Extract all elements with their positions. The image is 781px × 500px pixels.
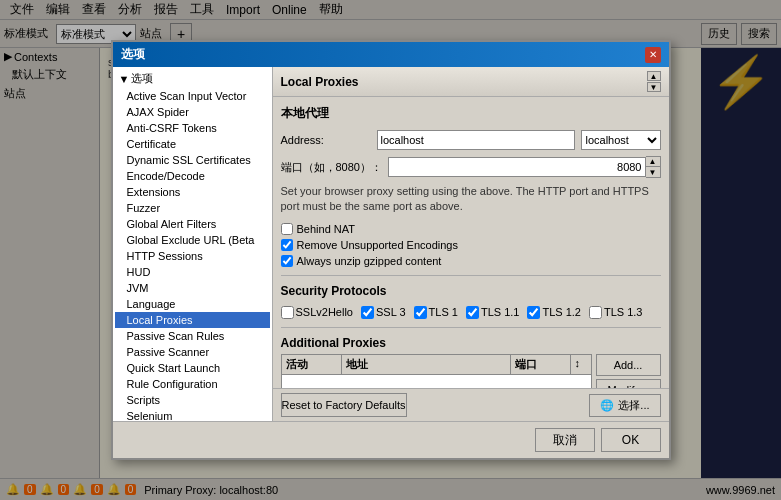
proto-sslv2hello-checkbox[interactable] xyxy=(281,306,294,319)
port-row: 端口（如，8080）： ▲ ▼ xyxy=(281,156,661,178)
tree-item-active-scan[interactable]: Active Scan Input Vector xyxy=(115,88,270,104)
divider-2 xyxy=(281,327,661,328)
proto-tls13: TLS 1.3 xyxy=(589,306,643,319)
ok-button[interactable]: OK xyxy=(601,428,661,452)
port-input[interactable] xyxy=(388,157,646,177)
tree-item-language[interactable]: Language xyxy=(115,296,270,312)
proto-tls12: TLS 1.2 xyxy=(527,306,581,319)
security-protocols-row: SSLv2Hello SSL 3 TLS 1 xyxy=(281,306,661,319)
reset-defaults-button[interactable]: Reset to Factory Defaults xyxy=(281,393,407,417)
modal-overlay: 选项 ✕ ▼ 选项 Active Scan Input Vector AJAX … xyxy=(0,0,781,500)
unzip-gzip-label: Always unzip gzipped content xyxy=(297,255,442,267)
behind-nat-checkbox[interactable] xyxy=(281,223,293,235)
tree-root-options[interactable]: ▼ 选项 xyxy=(115,69,270,88)
proto-tls12-label: TLS 1.2 xyxy=(542,306,581,318)
panel-scroll-controls: ▲ ▼ xyxy=(647,71,661,92)
dialog-close-button[interactable]: ✕ xyxy=(645,47,661,63)
proto-tls1-label: TLS 1 xyxy=(429,306,458,318)
remove-encodings-row: Remove Unsupported Encodings xyxy=(281,239,661,251)
dialog-title: 选项 xyxy=(121,46,145,63)
help-text: Set your browser proxy setting using the… xyxy=(281,184,661,215)
proxy-table-header: 活动 地址 端口 ↕ xyxy=(282,355,591,375)
proxy-col-port: 端口 xyxy=(511,355,571,374)
proxy-sort-icon: ↕ xyxy=(575,357,581,369)
proto-sslv2hello-label: SSLv2Hello xyxy=(296,306,353,318)
proxy-col-extra: ↕ xyxy=(571,355,591,374)
tree-item-quick-start[interactable]: Quick Start Launch xyxy=(115,360,270,376)
panel-header: Local Proxies ▲ ▼ xyxy=(273,67,669,97)
proto-tls1: TLS 1 xyxy=(414,306,458,319)
port-decrement-button[interactable]: ▼ xyxy=(646,167,660,177)
divider-1 xyxy=(281,275,661,276)
proto-tls11-label: TLS 1.1 xyxy=(481,306,520,318)
tree-item-global-exclude-url[interactable]: Global Exclude URL (Beta xyxy=(115,232,270,248)
tree-item-passive-scan-rules[interactable]: Passive Scan Rules xyxy=(115,328,270,344)
proto-ssl3-checkbox[interactable] xyxy=(361,306,374,319)
scroll-up-button[interactable]: ▲ xyxy=(647,71,661,81)
tree-item-dynamic-ssl[interactable]: Dynamic SSL Certificates xyxy=(115,152,270,168)
tree-item-global-alert-filters[interactable]: Global Alert Filters xyxy=(115,216,270,232)
port-spinner: ▲ ▼ xyxy=(646,156,661,178)
proto-tls13-checkbox[interactable] xyxy=(589,306,602,319)
tree-item-hud[interactable]: HUD xyxy=(115,264,270,280)
modal-bottom-bar: Reset to Factory Defaults 🌐 选择... xyxy=(273,388,669,421)
address-dropdown[interactable]: localhost xyxy=(581,130,661,150)
tree-item-scripts[interactable]: Scripts xyxy=(115,392,270,408)
proto-tls1-checkbox[interactable] xyxy=(414,306,427,319)
globe-icon: 🌐 xyxy=(600,399,614,412)
tree-item-passive-scanner[interactable]: Passive Scanner xyxy=(115,344,270,360)
unzip-gzip-checkbox[interactable] xyxy=(281,255,293,267)
options-tree: ▼ 选项 Active Scan Input Vector AJAX Spide… xyxy=(113,67,273,421)
options-dialog: 选项 ✕ ▼ 选项 Active Scan Input Vector AJAX … xyxy=(111,40,671,460)
remove-encodings-label: Remove Unsupported Encodings xyxy=(297,239,458,251)
proto-ssl3-label: SSL 3 xyxy=(376,306,406,318)
tree-item-fuzzer[interactable]: Fuzzer xyxy=(115,200,270,216)
dialog-titlebar: 选项 ✕ xyxy=(113,42,669,67)
proto-tls11-checkbox[interactable] xyxy=(466,306,479,319)
port-increment-button[interactable]: ▲ xyxy=(646,157,660,167)
proto-tls12-checkbox[interactable] xyxy=(527,306,540,319)
panel-header-title: Local Proxies xyxy=(281,75,359,89)
remove-encodings-checkbox[interactable] xyxy=(281,239,293,251)
options-panel: Local Proxies ▲ ▼ 本地代理 Address: xyxy=(273,67,669,421)
dialog-body: ▼ 选项 Active Scan Input Vector AJAX Spide… xyxy=(113,67,669,421)
proxy-action-buttons: Add... Modify... 删除 启用所有 禁止所有 xyxy=(596,354,661,388)
port-input-container: ▲ ▼ xyxy=(388,156,661,178)
proxy-table-body xyxy=(282,375,591,388)
modify-proxy-button[interactable]: Modify... xyxy=(596,379,661,388)
tree-item-extensions[interactable]: Extensions xyxy=(115,184,270,200)
tree-item-encode-decode[interactable]: Encode/Decode xyxy=(115,168,270,184)
proto-tls11: TLS 1.1 xyxy=(466,306,520,319)
address-label: Address: xyxy=(281,134,371,146)
additional-proxies-container: 活动 地址 端口 ↕ Add... xyxy=(281,354,661,388)
tree-item-http-sessions[interactable]: HTTP Sessions xyxy=(115,248,270,264)
cancel-button[interactable]: 取消 xyxy=(535,428,595,452)
tree-collapse-icon: ▼ xyxy=(119,73,130,85)
behind-nat-label: Behind NAT xyxy=(297,223,356,235)
additional-proxies-title: Additional Proxies xyxy=(281,336,661,350)
unzip-gzip-row: Always unzip gzipped content xyxy=(281,255,661,267)
dialog-footer: 取消 OK xyxy=(113,421,669,458)
tree-item-anti-csrf[interactable]: Anti-CSRF Tokens xyxy=(115,120,270,136)
proxy-col-active: 活动 xyxy=(282,355,342,374)
tree-item-rule-config[interactable]: Rule Configuration xyxy=(115,376,270,392)
tree-item-jvm[interactable]: JVM xyxy=(115,280,270,296)
scroll-down-button[interactable]: ▼ xyxy=(647,82,661,92)
address-input[interactable] xyxy=(377,130,575,150)
panel-body: 本地代理 Address: localhost 端口（如，8080）： xyxy=(273,97,669,388)
tree-item-certificate[interactable]: Certificate xyxy=(115,136,270,152)
local-proxies-title: 本地代理 xyxy=(281,105,661,122)
proxy-table: 活动 地址 端口 ↕ xyxy=(281,354,592,388)
security-protocols-title: Security Protocols xyxy=(281,284,661,298)
tree-item-local-proxies[interactable]: Local Proxies xyxy=(115,312,270,328)
proto-sslv2hello: SSLv2Hello xyxy=(281,306,353,319)
add-proxy-button[interactable]: Add... xyxy=(596,354,661,376)
port-label: 端口（如，8080）： xyxy=(281,160,382,175)
select-button[interactable]: 🌐 选择... xyxy=(589,394,660,417)
proto-ssl3: SSL 3 xyxy=(361,306,406,319)
proxy-col-address: 地址 xyxy=(342,355,511,374)
app-background: 文件 编辑 查看 分析 报告 工具 Import Online 帮助 标准模式 … xyxy=(0,0,781,500)
address-row: Address: localhost xyxy=(281,130,661,150)
tree-item-ajax-spider[interactable]: AJAX Spider xyxy=(115,104,270,120)
tree-item-selenium[interactable]: Selenium xyxy=(115,408,270,421)
